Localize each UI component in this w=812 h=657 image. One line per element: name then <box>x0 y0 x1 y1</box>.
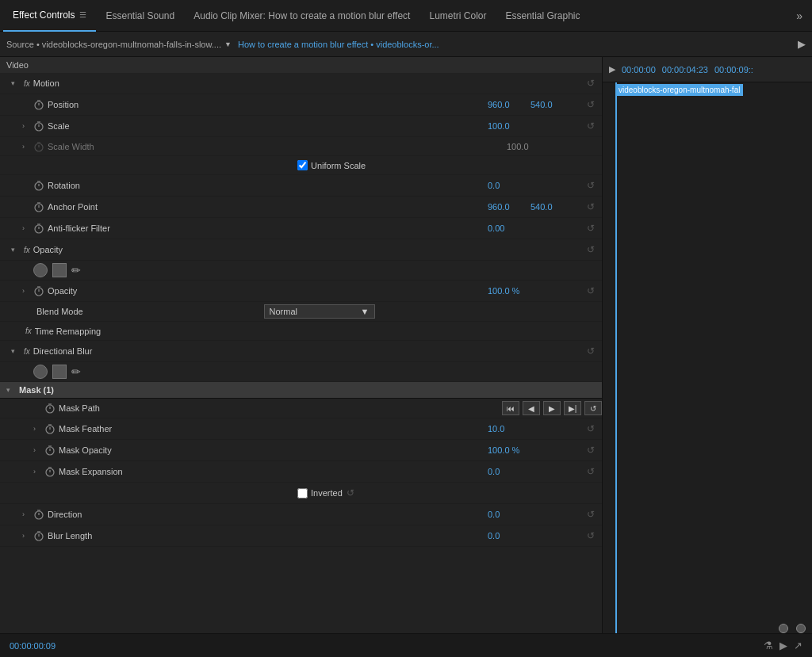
mask-expansion-expand-btn[interactable]: › <box>33 468 44 476</box>
time-remapping-row: fx Time Remapping <box>0 322 602 341</box>
mask-path-stopwatch-icon[interactable] <box>44 403 56 414</box>
blur-length-reset-btn[interactable]: ↺ <box>583 528 599 544</box>
timeline-right-scroll <box>796 624 806 633</box>
position-reset-btn[interactable]: ↺ <box>583 97 599 113</box>
scale-row: › Scale 100.0 ↺ <box>0 116 602 137</box>
opacity-rect-tool[interactable] <box>52 263 67 277</box>
position-y-value[interactable]: 540.0 <box>530 100 570 109</box>
opacity-stopwatch-icon[interactable] <box>33 285 44 296</box>
blend-mode-value: Normal <box>270 307 297 316</box>
mask-expansion-value[interactable]: 0.0 <box>488 467 527 476</box>
anti-flicker-value[interactable]: 0.00 <box>488 223 527 233</box>
anchor-reset-btn[interactable]: ↺ <box>583 199 599 215</box>
mask-feather-stopwatch-icon[interactable] <box>44 423 56 434</box>
dir-blur-ellipse-tool[interactable] <box>33 365 48 379</box>
blend-mode-dropdown[interactable]: Normal ▼ <box>264 304 375 319</box>
dir-blur-rect-tool[interactable] <box>52 365 67 379</box>
position-x-value[interactable]: 960.0 <box>488 100 527 109</box>
scale-value[interactable]: 100.0 <box>488 121 527 131</box>
mask-expansion-reset-btn[interactable]: ↺ <box>583 464 599 479</box>
mask-reset-path-btn[interactable]: ↺ <box>584 401 602 415</box>
tab-audio-clip-mixer[interactable]: Audio Clip Mixer: How to create a motion… <box>184 0 419 32</box>
directional-blur-section-row: ▾ fx Directional Blur ↺ <box>0 341 602 362</box>
direction-stopwatch-icon[interactable] <box>33 509 44 520</box>
mask-next-frame-btn[interactable]: ▶| <box>564 401 581 415</box>
opacity-expand-btn[interactable]: › <box>22 287 33 295</box>
mask-collapse-btn[interactable]: ▾ <box>6 386 16 394</box>
rotation-value[interactable]: 0.0 <box>488 181 527 190</box>
scale-width-stopwatch-icon <box>33 141 44 152</box>
scale-width-expand-btn[interactable]: › <box>22 143 33 151</box>
play-icon[interactable]: ▶ <box>609 64 615 74</box>
dir-blur-tools-row: ✏ <box>0 362 602 382</box>
motion-fx-badge: fx <box>24 79 30 88</box>
timeline-body: videoblocks-oregon-multnomah-fal <box>603 82 812 633</box>
uniform-scale-checkbox[interactable] <box>297 160 308 170</box>
anti-flicker-reset-btn[interactable]: ↺ <box>583 220 599 236</box>
opacity-section-reset-btn[interactable]: ↺ <box>583 242 599 258</box>
opacity-value[interactable]: 100.0 % <box>488 286 527 296</box>
scale-stopwatch-icon[interactable] <box>33 120 44 132</box>
direction-expand-btn[interactable]: › <box>22 510 33 518</box>
dir-blur-collapse-btn[interactable]: ▾ <box>11 347 21 355</box>
source-dropdown[interactable]: Source • videoblocks-oregon-multnomah-fa… <box>6 40 232 49</box>
tab-essential-graphic[interactable]: Essential Graphic <box>496 0 589 32</box>
mask-expansion-stopwatch-icon[interactable] <box>44 466 56 477</box>
mask-opacity-row: › Mask Opacity 100.0 % ↺ <box>0 440 602 461</box>
filter-icon[interactable]: ⚗ <box>764 640 773 651</box>
mask-feather-value[interactable]: 10.0 <box>488 424 527 434</box>
playhead-indicator <box>615 82 617 633</box>
mask-feather-expand-btn[interactable]: › <box>33 425 44 433</box>
opacity-reset-btn[interactable]: ↺ <box>583 283 599 299</box>
tab-lumetri-color[interactable]: Lumetri Color <box>419 0 496 32</box>
direction-reset-btn[interactable]: ↺ <box>583 506 599 522</box>
opacity-pen-tool[interactable]: ✏ <box>71 264 81 277</box>
motion-label: Motion <box>33 78 583 88</box>
direction-value[interactable]: 0.0 <box>488 510 527 519</box>
tab-essential-sound[interactable]: Essential Sound <box>96 0 184 32</box>
direction-label: Direction <box>48 510 488 519</box>
scale-expand-btn[interactable]: › <box>22 122 33 130</box>
source-link[interactable]: How to create a motion blur effect • vid… <box>238 40 439 49</box>
opacity-collapse-btn[interactable]: ▾ <box>11 246 21 254</box>
position-label: Position <box>48 100 488 109</box>
dir-blur-reset-btn[interactable]: ↺ <box>583 343 599 359</box>
inverted-reset-btn[interactable]: ↺ <box>343 485 358 501</box>
mask-play-btn[interactable]: ▶ <box>543 401 561 415</box>
mask-opacity-stopwatch-icon[interactable] <box>44 445 56 456</box>
motion-reset-btn[interactable]: ↺ <box>583 75 599 91</box>
anti-flicker-stopwatch-icon[interactable] <box>33 223 44 234</box>
rotation-stopwatch-icon[interactable] <box>33 180 44 191</box>
mask-opacity-reset-btn[interactable]: ↺ <box>583 442 599 458</box>
blur-length-value[interactable]: 0.0 <box>488 531 527 540</box>
mask-path-row: Mask Path ⏮ ◀ ▶ ▶| ↺ <box>0 399 602 418</box>
blend-mode-row: Blend Mode Normal ▼ <box>0 302 602 322</box>
mask-prev-frame-btn[interactable]: ◀ <box>523 401 540 415</box>
mask-first-frame-btn[interactable]: ⏮ <box>502 401 519 415</box>
play-button[interactable]: ▶ <box>798 38 806 50</box>
scale-reset-btn[interactable]: ↺ <box>583 118 599 134</box>
tab-effect-controls[interactable]: Effect Controls ☰ <box>3 0 96 32</box>
blur-length-stopwatch-icon[interactable] <box>33 530 44 541</box>
position-stopwatch-icon[interactable] <box>33 99 44 110</box>
direction-row: › Direction 0.0 ↺ <box>0 504 602 525</box>
play-status-icon[interactable]: ▶ <box>779 640 787 651</box>
rotation-reset-btn[interactable]: ↺ <box>583 178 599 193</box>
scale-width-row: › Scale Width 100.0 <box>0 137 602 156</box>
tab-overflow-button[interactable]: » <box>790 10 809 22</box>
tab-menu-icon[interactable]: ☰ <box>79 10 86 19</box>
anchor-y-value[interactable]: 540.0 <box>530 202 570 212</box>
dir-blur-pen-tool[interactable]: ✏ <box>71 365 81 378</box>
mask-opacity-value[interactable]: 100.0 % <box>488 445 527 455</box>
export-icon[interactable]: ↗ <box>794 640 802 651</box>
blur-length-expand-btn[interactable]: › <box>22 532 33 540</box>
mask-feather-reset-btn[interactable]: ↺ <box>583 421 599 437</box>
anchor-x-value[interactable]: 960.0 <box>488 202 527 212</box>
opacity-ellipse-tool[interactable] <box>33 263 48 277</box>
mask-opacity-expand-btn[interactable]: › <box>33 446 44 454</box>
inverted-checkbox[interactable] <box>297 488 308 498</box>
mask-expansion-label: Mask Expansion <box>59 467 488 476</box>
motion-collapse-btn[interactable]: ▾ <box>11 79 21 87</box>
anti-flicker-expand-btn[interactable]: › <box>22 224 33 232</box>
anchor-stopwatch-icon[interactable] <box>33 201 44 212</box>
